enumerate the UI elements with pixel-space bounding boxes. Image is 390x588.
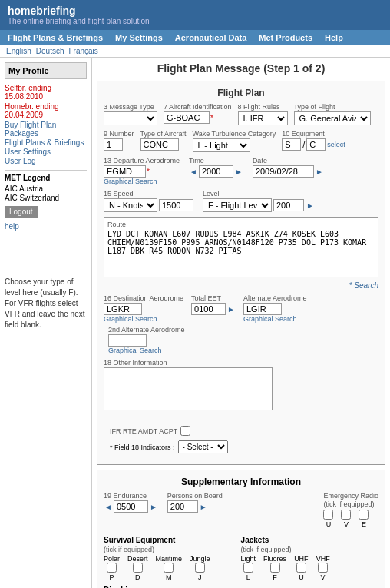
nav-my-settings[interactable]: My Settings [115, 33, 163, 42]
supp-title: Supplementary Information [104, 477, 378, 487]
endurance-decrement[interactable]: ◄ [104, 503, 113, 511]
aircraft-id-input[interactable] [164, 111, 210, 124]
level-increment[interactable]: ► [306, 201, 315, 210]
cell-endurance: 19 Endurance ◄ ► [104, 492, 158, 513]
row-3: 13 Departure Aerodrome * Graphical Searc… [104, 157, 378, 185]
jacket-fluores-checkbox[interactable] [270, 563, 280, 573]
alt-graphical-search[interactable]: Graphical Search [243, 315, 307, 323]
endurance-increment[interactable]: ► [149, 503, 158, 511]
nav-help[interactable]: Help [325, 33, 343, 42]
cell-alt2: 2nd Alternate Aerodrome Graphical Search [108, 326, 185, 354]
time-increment[interactable]: ► [234, 168, 243, 176]
route-search-link[interactable]: * Search [349, 281, 378, 290]
dest-graphical-search[interactable]: Graphical Search [104, 315, 183, 323]
aircraft-id-label: 7 Aircraft Identification [164, 103, 232, 111]
dep-aerodrome-input[interactable] [104, 165, 146, 178]
route-label: Route [107, 221, 375, 228]
sidebar-buy-packages[interactable]: Buy Flight Plan Packages [5, 121, 87, 138]
jungle-checkbox[interactable] [195, 563, 205, 573]
equipment-c-input[interactable] [306, 138, 326, 151]
jacket-vhf-checkbox[interactable] [318, 563, 328, 573]
vhf-checkbox[interactable] [341, 510, 351, 520]
desert-checkbox[interactable] [133, 563, 143, 573]
alt2-input[interactable] [108, 334, 147, 347]
equipment-label: 10 Equipment [282, 130, 345, 138]
polar-checkbox[interactable] [107, 563, 117, 573]
jacket-uhf-checkbox[interactable] [296, 563, 306, 573]
emergency-label: Emergency Radio [323, 492, 378, 500]
surv-tick-label: (tick if equipped) [104, 546, 210, 553]
uhf-cell: U [323, 510, 333, 528]
persons-input[interactable] [167, 500, 198, 513]
level-type-select[interactable]: F - Flight Level [203, 198, 272, 212]
alt2-label: 2nd Alternate Aerodrome [108, 326, 185, 334]
total-eet-input[interactable] [191, 303, 226, 315]
type-of-flight-select[interactable]: G. General Aviation [294, 111, 371, 125]
equipment-select-link[interactable]: select [327, 141, 345, 148]
level-value-input[interactable] [273, 199, 304, 211]
surv-items-row: Polar P Desert D Maritime [104, 555, 210, 581]
cell-other-info: 18 Other Information [104, 359, 378, 410]
wake-turb-select[interactable]: L - Light [193, 138, 250, 152]
nav-bar: Flight Plans & Briefings My Settings Aer… [0, 30, 390, 45]
equipment-s-input[interactable] [282, 138, 301, 151]
cell-alt: Alternate Aerodrome Graphical Search [243, 294, 307, 323]
dep-aerodrome-label: 13 Departure Aerodrome [104, 157, 180, 164]
nav-aeronautical[interactable]: Aeronautical Data [175, 33, 247, 42]
speed-unit-select[interactable]: N - Knots [104, 198, 157, 212]
persons-label: Persons on Board [167, 492, 223, 500]
sidebar-user-log[interactable]: User Log [5, 157, 87, 165]
sidebar-user-settings[interactable]: User Settings [5, 148, 87, 156]
logout-button[interactable]: Logout [5, 206, 38, 218]
aircraft-type-input[interactable] [140, 138, 179, 151]
vhf-cell: V [341, 510, 351, 528]
help-link[interactable]: help [5, 222, 87, 231]
flight-rules-select[interactable]: I. IFR [238, 111, 288, 125]
lang-francais[interactable]: Français [69, 47, 98, 55]
route-textarea[interactable]: LYD DCT KONAN L607 RUDUS L984 ASKIK Z74 … [107, 230, 375, 272]
ifr-note: IFR RTE AMDT ACPT [110, 427, 177, 435]
ifr-checkbox[interactable] [180, 426, 190, 436]
number-label: 9 Number [104, 130, 134, 138]
nav-flight-plans[interactable]: Flight Plans & Briefings [8, 33, 103, 42]
uhf-checkbox[interactable] [323, 510, 333, 520]
msg-type-select[interactable] [104, 111, 157, 125]
sidebar-note: Choose your type of level here (usually … [5, 277, 87, 331]
cell-emergency: Emergency Radio (tick if equipped) U V [323, 492, 378, 528]
jacket-light-checkbox[interactable] [243, 563, 253, 573]
endurance-input[interactable] [114, 500, 148, 513]
field18-select[interactable]: - Select - [178, 440, 228, 453]
jacket-light-label: Light [241, 555, 256, 563]
lang-deutsch[interactable]: Deutsch [36, 47, 64, 55]
lang-english[interactable]: English [6, 47, 31, 55]
alt-input[interactable] [243, 303, 282, 315]
maritime-checkbox[interactable] [164, 563, 174, 573]
dest-input[interactable] [104, 303, 142, 315]
elt-checkbox[interactable] [359, 510, 369, 520]
alt2-graphical-search[interactable]: Graphical Search [108, 347, 185, 354]
elt-label: E [362, 520, 366, 528]
jungle-cell: Jungle J [190, 555, 210, 581]
date-input[interactable] [253, 165, 314, 178]
speed-value-input[interactable] [159, 199, 193, 211]
cell-wake-turb: Wake Turbulence Category L - Light [193, 130, 276, 152]
nav-met-products[interactable]: Met Products [259, 33, 312, 42]
time-decrement[interactable]: ◄ [189, 168, 198, 176]
dep-graphical-search[interactable]: Graphical Search [104, 178, 180, 185]
cell-dep-aerodrome: 13 Departure Aerodrome * Graphical Searc… [104, 157, 180, 185]
aic-switzerland: AIC Switzerland [5, 194, 87, 202]
eet-increment[interactable]: ► [226, 305, 236, 314]
sidebar-flight-plans[interactable]: Flight Plans & Briefings [5, 138, 87, 147]
time-input[interactable] [199, 165, 233, 178]
time-label: Time [189, 157, 243, 164]
level-label: Level [203, 190, 315, 198]
jungle-label: Jungle [190, 555, 210, 563]
cell-number: 9 Number [104, 130, 134, 151]
row-2: 9 Number Type of Aircraft Wake Turbulenc… [104, 130, 378, 152]
number-input[interactable] [104, 138, 123, 151]
polar-label: Polar [104, 555, 120, 563]
persons-increment[interactable]: ► [199, 503, 208, 511]
date-increment[interactable]: ► [315, 168, 324, 176]
other-info-textarea[interactable] [104, 367, 273, 410]
tagline: The online briefing and flight plan solu… [8, 17, 382, 25]
